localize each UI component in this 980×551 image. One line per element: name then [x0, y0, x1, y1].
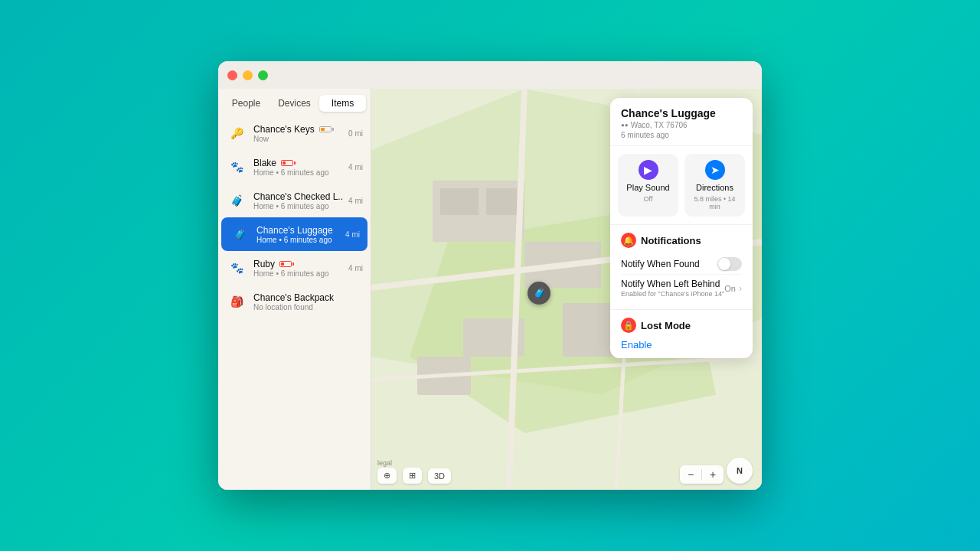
- item-info: Chance's Keys Now: [253, 124, 342, 143]
- map-area[interactable]: 🧳 legal ⊕ ⊞ 3D − +: [371, 89, 762, 490]
- item-dist: 4 mi: [348, 264, 363, 272]
- card-time: 6 minutes ago: [621, 131, 742, 139]
- tab-devices[interactable]: Devices: [271, 95, 318, 112]
- play-sound-label: Play Sound: [626, 183, 669, 192]
- card-title: Chance's Luggage: [621, 107, 742, 119]
- item-info: Chance's Luggage Home • 6 minutes ago: [256, 225, 339, 244]
- tab-bar: People Devices Items: [218, 89, 371, 116]
- item-dist: 4 mi: [345, 230, 360, 239]
- notify-found-row: Notify When Found: [621, 254, 742, 274]
- directions-icon: ➤: [705, 160, 725, 180]
- battery-icon: [281, 160, 293, 166]
- list-item[interactable]: 🎒 Chance's Backpack No location found: [218, 285, 371, 318]
- lost-mode-section: 🔒 Lost Mode Enable: [610, 309, 753, 358]
- map-controls: ⊕ ⊞ 3D: [377, 468, 451, 484]
- notify-left-status: On ›: [724, 283, 742, 294]
- location-icon: ⊕: [384, 471, 390, 481]
- compass[interactable]: N: [727, 458, 753, 484]
- notify-left-info: Notify When Left Behind Enabled for "Cha…: [621, 279, 724, 298]
- directions-sublabel: 5.8 miles • 14 min: [689, 195, 740, 210]
- chevron-icon: ›: [739, 283, 742, 294]
- app-window: People Devices Items 🔑 Chance's Keys: [218, 61, 762, 490]
- item-list: 🔑 Chance's Keys Now 0 mi 🐾: [218, 116, 371, 490]
- maximize-button[interactable]: [258, 70, 268, 80]
- item-icon: 🧳: [226, 190, 247, 211]
- item-sub: Home • 6 minutes ago: [253, 202, 342, 210]
- card-header: Chance's Luggage ●● Waco, TX 76706 6 min…: [610, 98, 753, 146]
- notify-left-sublabel: Enabled for "Chance's iPhone 14": [621, 290, 724, 298]
- item-name: Ruby: [253, 259, 342, 269]
- map-type-button[interactable]: ⊞: [403, 468, 422, 484]
- item-icon: 🧳: [229, 223, 250, 245]
- tab-people[interactable]: People: [223, 95, 270, 112]
- list-item-selected[interactable]: 🧳 Chance's Luggage Home • 6 minutes ago …: [221, 217, 368, 251]
- item-dist: 0 mi: [348, 129, 363, 138]
- location-pin: 🧳: [528, 282, 550, 305]
- zoom-in-button[interactable]: +: [702, 465, 724, 484]
- 3d-label: 3D: [434, 471, 445, 481]
- location-button[interactable]: ⊕: [377, 468, 397, 484]
- minimize-button[interactable]: [243, 70, 253, 80]
- item-dist: 4 mi: [348, 163, 363, 171]
- toggle-knob: [718, 258, 730, 270]
- notify-left-label: Notify When Left Behind: [621, 279, 724, 289]
- svg-rect-5: [486, 188, 517, 215]
- item-icon: 🔑: [226, 122, 247, 144]
- list-item[interactable]: 🔑 Chance's Keys Now 0 mi: [218, 116, 371, 150]
- detail-card: Chance's Luggage ●● Waco, TX 76706 6 min…: [610, 98, 753, 358]
- item-sub: Home • 6 minutes ago: [253, 168, 342, 177]
- lost-mode-icon: 🔒: [621, 318, 636, 333]
- item-name: Chance's Luggage: [256, 225, 339, 236]
- list-item[interactable]: 🧳 Chance's Checked L... Home • 6 minutes…: [218, 184, 371, 217]
- notify-found-label: Notify When Found: [621, 259, 700, 269]
- enable-lost-mode-button[interactable]: Enable: [621, 339, 742, 350]
- on-badge: On: [724, 284, 736, 293]
- titlebar: [218, 61, 762, 89]
- sidebar: People Devices Items 🔑 Chance's Keys: [218, 89, 371, 490]
- zoom-controls: − +: [680, 465, 724, 484]
- directions-label: Directions: [696, 183, 733, 192]
- directions-button[interactable]: ➤ Directions 5.8 miles • 14 min: [684, 154, 745, 217]
- 3d-button[interactable]: 3D: [428, 468, 451, 484]
- item-name: Chance's Checked L...: [253, 191, 342, 202]
- lost-mode-title: Lost Mode: [641, 320, 691, 331]
- notify-left-row[interactable]: Notify When Left Behind Enabled for "Cha…: [621, 274, 742, 302]
- zoom-out-button[interactable]: −: [680, 465, 701, 484]
- item-sub: Home • 6 minutes ago: [256, 236, 339, 244]
- notifications-section: 🔔 Notifications Notify When Found Notify…: [610, 224, 753, 309]
- list-item[interactable]: 🐾 Blake Home • 6 minutes ago 4 mi: [218, 150, 371, 184]
- notify-found-toggle[interactable]: [717, 257, 742, 271]
- card-actions: ▶ Play Sound Off ➤ Directions 5.8 miles …: [610, 146, 753, 224]
- play-sound-icon: ▶: [639, 160, 658, 180]
- item-sub: Now: [253, 135, 342, 143]
- item-dist: 4 mi: [348, 197, 363, 205]
- notifications-icon: 🔔: [621, 233, 636, 248]
- item-sub: No location found: [253, 303, 357, 311]
- map-icon: ⊞: [409, 471, 416, 481]
- svg-rect-4: [440, 188, 479, 215]
- card-address: ●● Waco, TX 76706: [621, 121, 742, 129]
- item-icon: 🐾: [226, 257, 247, 279]
- item-icon: 🐾: [226, 156, 247, 178]
- address-dot-icon: ●●: [621, 122, 629, 129]
- main-area: People Devices Items 🔑 Chance's Keys: [218, 89, 762, 490]
- item-info: Chance's Checked L... Home • 6 minutes a…: [253, 191, 342, 210]
- battery-icon: [279, 261, 292, 267]
- list-item[interactable]: 🐾 Ruby Home • 6 minutes ago 4 mi: [218, 251, 371, 285]
- item-icon: 🎒: [226, 291, 247, 312]
- item-name: Blake: [253, 158, 342, 168]
- close-button[interactable]: [227, 70, 237, 80]
- item-sub: Home • 6 minutes ago: [253, 269, 342, 278]
- item-info: Chance's Backpack No location found: [253, 292, 357, 311]
- notifications-title: Notifications: [641, 235, 701, 246]
- battery-icon: [319, 126, 332, 132]
- compass-label: N: [737, 466, 743, 475]
- play-sound-sublabel: Off: [644, 195, 653, 203]
- lost-section-header: 🔒 Lost Mode: [621, 318, 742, 333]
- item-info: Blake Home • 6 minutes ago: [253, 158, 342, 177]
- play-sound-button[interactable]: ▶ Play Sound Off: [618, 154, 678, 217]
- item-info: Ruby Home • 6 minutes ago: [253, 259, 342, 278]
- legal-text: legal: [377, 459, 392, 467]
- item-name: Chance's Backpack: [253, 292, 357, 303]
- tab-items[interactable]: Items: [319, 95, 366, 112]
